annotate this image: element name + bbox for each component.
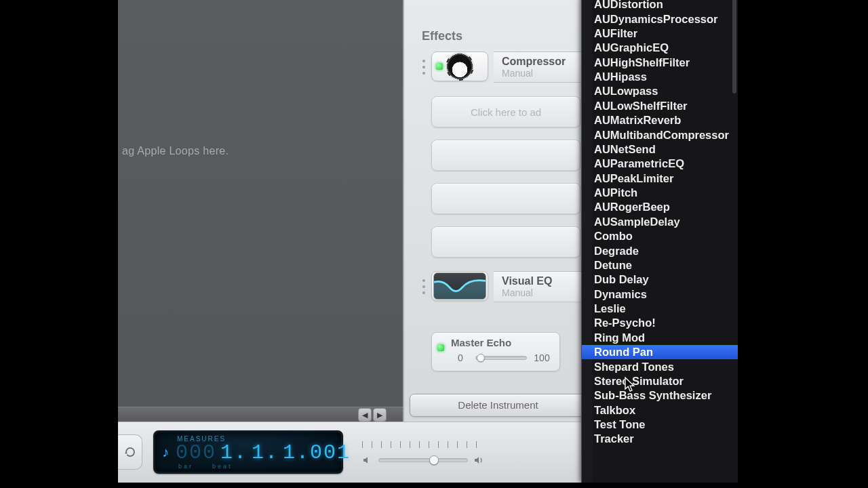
lcd-sub-labels: bar beat bbox=[178, 463, 351, 470]
visual-eq-thumbnail[interactable] bbox=[431, 271, 488, 301]
menu-item[interactable]: AUNetSend bbox=[582, 142, 738, 157]
add-effect-hint: Click here to ad bbox=[471, 106, 541, 118]
echo-slider-thumb[interactable] bbox=[477, 354, 485, 362]
menu-item[interactable]: AUSampleDelay bbox=[582, 215, 738, 229]
eq-curve-icon bbox=[433, 272, 486, 300]
menu-item[interactable]: Stereo Simulator bbox=[582, 374, 738, 388]
scroll-left-button[interactable]: ◀ bbox=[358, 408, 372, 422]
menu-item[interactable]: Dynamics bbox=[582, 287, 738, 302]
menu-item[interactable]: Tracker bbox=[582, 432, 738, 446]
speaker-low-icon bbox=[362, 455, 373, 466]
menu-item[interactable]: AUHipass bbox=[582, 70, 738, 84]
track-inspector: Effects Compressor Manual Click here to … bbox=[403, 0, 593, 422]
menu-item[interactable]: Degrade bbox=[582, 243, 738, 258]
effect-row-visual-eq: Visual EQ Manual bbox=[420, 271, 594, 302]
effects-section-label: Effects bbox=[422, 29, 462, 43]
master-echo-block: Master Echo 0 100 bbox=[431, 332, 560, 371]
echo-enabled-led[interactable] bbox=[437, 344, 444, 351]
empty-effect-slot[interactable] bbox=[431, 226, 580, 258]
speaker-high-icon bbox=[473, 455, 484, 466]
scroll-right-button[interactable]: ▶ bbox=[373, 408, 387, 422]
menu-item[interactable]: AULowpass bbox=[582, 84, 738, 98]
arrange-area[interactable]: ag Apple Loops here. bbox=[118, 0, 403, 411]
menu-item[interactable]: AUHighShelfFilter bbox=[582, 56, 738, 70]
inspector-top-partial bbox=[431, 0, 580, 3]
master-volume-group bbox=[362, 433, 484, 474]
volume-ticks bbox=[362, 441, 484, 448]
lcd-position: 0001. 1. 1.001 bbox=[176, 441, 351, 464]
drag-handle-icon[interactable] bbox=[420, 58, 427, 76]
effect-row-compressor: Compressor Manual bbox=[420, 52, 594, 83]
lcd-display[interactable]: ♪ MEASURES 0001. 1. 1.001 bar beat bbox=[153, 430, 343, 474]
compressor-meta[interactable]: Compressor Manual bbox=[494, 52, 594, 83]
echo-slider[interactable] bbox=[475, 356, 527, 360]
empty-effect-slot[interactable] bbox=[431, 183, 580, 214]
menu-item[interactable]: AUMatrixReverb bbox=[582, 113, 738, 127]
menu-scrollbar[interactable] bbox=[732, 0, 736, 94]
menu-item[interactable]: AURogerBeep bbox=[582, 200, 738, 214]
menu-item[interactable]: Round Pan bbox=[582, 345, 738, 359]
volume-slider-thumb[interactable] bbox=[429, 455, 439, 465]
menu-item[interactable]: Sub-Bass Synthesizer bbox=[582, 388, 738, 403]
delete-instrument-button[interactable]: Delete Instrument bbox=[410, 394, 587, 417]
echo-min: 0 bbox=[451, 352, 470, 363]
menu-item[interactable]: Dub Delay bbox=[582, 272, 738, 287]
effect-preset: Manual bbox=[502, 287, 593, 298]
horizontal-scrollbar[interactable]: ◀ ▶ bbox=[118, 407, 403, 422]
menu-item[interactable]: Combo bbox=[582, 229, 738, 243]
menu-item[interactable]: AUPeakLimiter bbox=[582, 171, 738, 186]
cycle-button[interactable] bbox=[118, 434, 142, 470]
menu-item[interactable]: Talkbox bbox=[582, 403, 738, 418]
menu-item[interactable]: AUParametricEQ bbox=[582, 157, 738, 171]
menu-item[interactable]: AUMultibandCompressor bbox=[582, 127, 738, 142]
effect-name: Visual EQ bbox=[502, 275, 593, 287]
menu-item[interactable]: Detune bbox=[582, 258, 738, 272]
note-icon: ♪ bbox=[162, 445, 169, 460]
knob-icon bbox=[446, 53, 473, 80]
master-echo-label: Master Echo bbox=[451, 337, 551, 348]
echo-max: 100 bbox=[532, 352, 551, 363]
effect-enabled-led[interactable] bbox=[436, 63, 443, 70]
menu-item[interactable]: AULowShelfFilter bbox=[582, 99, 738, 113]
menu-item[interactable]: Leslie bbox=[582, 302, 738, 316]
effects-dropdown-menu[interactable]: AUDistortionAUDynamicsProcessorAUFilterA… bbox=[581, 0, 738, 483]
arrange-drop-hint: ag Apple Loops here. bbox=[122, 145, 229, 157]
transport-bar: ♪ MEASURES 0001. 1. 1.001 bar beat bbox=[118, 422, 593, 483]
menu-item[interactable]: AUDynamicsProcessor bbox=[582, 12, 738, 26]
empty-effect-slot[interactable] bbox=[431, 140, 580, 171]
menu-item[interactable]: Test Tone bbox=[582, 418, 738, 432]
effect-name: Compressor bbox=[502, 56, 593, 68]
menu-item[interactable]: AUGraphicEQ bbox=[582, 41, 738, 55]
cycle-icon bbox=[124, 446, 136, 458]
menu-item[interactable]: Shepard Tones bbox=[582, 359, 738, 373]
menu-item[interactable]: AUFilter bbox=[582, 26, 738, 41]
add-effect-slot[interactable]: Click here to ad bbox=[431, 96, 580, 127]
menu-item[interactable]: AUPitch bbox=[582, 186, 738, 200]
effect-preset: Manual bbox=[502, 68, 593, 79]
compressor-thumbnail[interactable] bbox=[431, 52, 488, 81]
menu-item[interactable]: Ring Mod bbox=[582, 331, 738, 345]
drag-handle-icon[interactable] bbox=[420, 278, 427, 296]
master-volume-slider[interactable] bbox=[378, 458, 468, 462]
app-stage: ag Apple Loops here. ◀ ▶ Effects Compres… bbox=[118, 0, 745, 488]
menu-item[interactable]: AUDistortion bbox=[582, 0, 738, 12]
visual-eq-meta[interactable]: Visual EQ Manual bbox=[494, 271, 594, 302]
menu-item[interactable]: Re-Psycho! bbox=[582, 316, 738, 330]
